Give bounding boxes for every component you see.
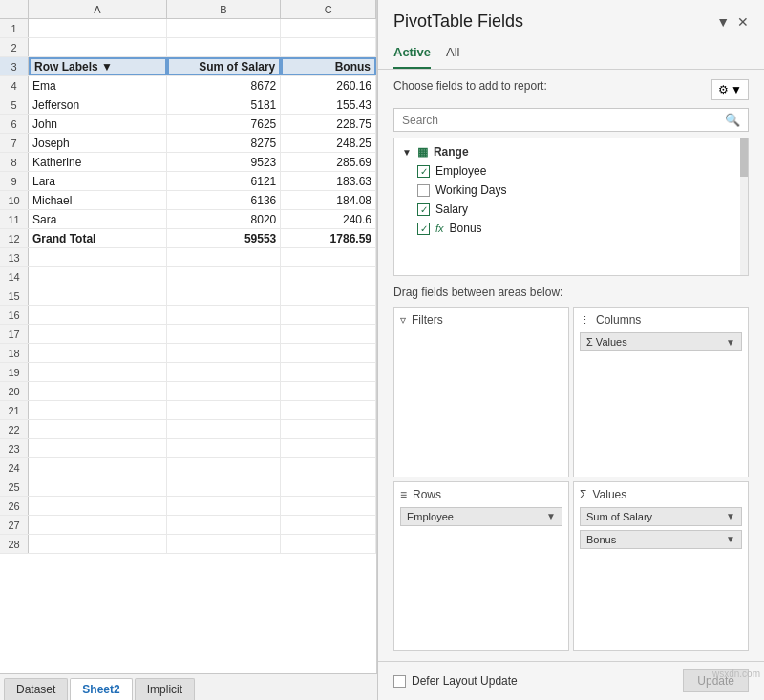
defer-checkbox[interactable]	[393, 675, 406, 688]
settings-icon[interactable]: ▼	[716, 14, 730, 30]
cell-row-labels[interactable]: Row Labels ▼	[29, 57, 167, 75]
cell[interactable]	[281, 477, 376, 496]
cell[interactable]	[167, 267, 282, 286]
cell[interactable]	[29, 19, 167, 37]
cell[interactable]	[167, 516, 282, 534]
cell[interactable]	[281, 420, 376, 438]
cell[interactable]	[167, 382, 282, 400]
cell[interactable]	[167, 497, 282, 515]
cell-bonus[interactable]: 228.75	[281, 115, 376, 133]
cell[interactable]	[29, 286, 167, 305]
cell-bonus[interactable]: 155.43	[281, 95, 376, 114]
cell-bonus[interactable]: 248.25	[281, 134, 376, 152]
cell[interactable]	[167, 458, 282, 477]
cell[interactable]	[167, 286, 282, 305]
tab-all[interactable]: All	[446, 39, 459, 69]
cell-name[interactable]: Michael	[29, 191, 167, 209]
cell[interactable]	[281, 344, 376, 362]
cell-salary[interactable]: 7625	[167, 115, 282, 133]
collapse-icon[interactable]: ▼	[402, 147, 412, 158]
cell[interactable]	[281, 363, 376, 381]
cell[interactable]	[167, 344, 282, 362]
cell[interactable]	[281, 535, 376, 553]
cell[interactable]	[29, 267, 167, 286]
cell[interactable]	[167, 325, 282, 343]
cell[interactable]	[29, 535, 167, 553]
tab-active[interactable]: Active	[393, 39, 431, 69]
tab-sheet2[interactable]: Sheet2	[70, 678, 132, 700]
cell-bonus[interactable]: 240.6	[281, 210, 376, 228]
cell[interactable]	[281, 248, 376, 266]
cell[interactable]	[167, 306, 282, 324]
search-box[interactable]: 🔍	[393, 108, 749, 132]
settings-button[interactable]: ⚙ ▼	[711, 79, 749, 100]
cell[interactable]	[29, 306, 167, 324]
cell[interactable]	[281, 325, 376, 343]
cell[interactable]	[167, 19, 282, 37]
cell-salary[interactable]: 8672	[167, 76, 282, 95]
cell[interactable]	[167, 420, 282, 438]
cell-bonus[interactable]: Bonus	[281, 57, 376, 75]
cell[interactable]	[29, 458, 167, 477]
cell[interactable]	[281, 439, 376, 457]
cell[interactable]	[29, 38, 167, 56]
tab-implicit[interactable]: Implicit	[135, 678, 195, 700]
close-icon[interactable]: ✕	[737, 14, 749, 30]
cell-salary[interactable]: 8020	[167, 210, 282, 228]
cell-salary[interactable]: 9523	[167, 153, 282, 171]
cell-salary[interactable]: 8275	[167, 134, 282, 152]
tab-dataset[interactable]: Dataset	[4, 678, 68, 700]
cell[interactable]	[281, 382, 376, 400]
values-sum-salary-item[interactable]: Sum of Salary ▼	[580, 507, 742, 526]
cell-name[interactable]: Jefferson	[29, 95, 167, 114]
cell[interactable]	[281, 267, 376, 286]
cell[interactable]	[167, 401, 282, 419]
cell[interactable]	[281, 19, 376, 37]
cell-salary[interactable]: 6121	[167, 172, 282, 190]
cell-salary[interactable]: 6136	[167, 191, 282, 209]
cell-sum-salary[interactable]: Sum of Salary	[167, 57, 282, 75]
cell[interactable]	[281, 306, 376, 324]
cell-name[interactable]: John	[29, 115, 167, 133]
cell[interactable]	[281, 458, 376, 477]
cell-bonus[interactable]: 285.69	[281, 153, 376, 171]
cell[interactable]	[29, 401, 167, 419]
checkbox-working-days[interactable]	[417, 184, 430, 197]
cell-name[interactable]: Lara	[29, 172, 167, 190]
cell-bonus[interactable]: 1786.59	[281, 229, 376, 247]
cell-salary[interactable]: 5181	[167, 95, 282, 114]
cell[interactable]	[167, 38, 282, 56]
cell[interactable]	[29, 516, 167, 534]
checkbox-employee[interactable]: ✓	[417, 165, 430, 178]
cell[interactable]	[167, 363, 282, 381]
cell[interactable]	[29, 382, 167, 400]
search-input[interactable]	[402, 114, 725, 127]
cell[interactable]	[29, 497, 167, 515]
cell-bonus[interactable]: 183.63	[281, 172, 376, 190]
cell-name[interactable]: Joseph	[29, 134, 167, 152]
cell[interactable]	[281, 516, 376, 534]
cell[interactable]	[167, 439, 282, 457]
cell[interactable]	[29, 477, 167, 496]
cell-bonus[interactable]: 260.16	[281, 76, 376, 95]
cell-salary[interactable]: 59553	[167, 229, 282, 247]
checkbox-salary[interactable]: ✓	[417, 203, 430, 216]
cell-name[interactable]: Katherine	[29, 153, 167, 171]
cell[interactable]	[281, 497, 376, 515]
columns-values-item[interactable]: Σ Values ▼	[580, 332, 742, 351]
checkbox-bonus[interactable]: ✓	[417, 223, 430, 235]
cell[interactable]	[281, 401, 376, 419]
cell-name[interactable]: Ema	[29, 76, 167, 95]
cell[interactable]	[167, 248, 282, 266]
cell[interactable]	[29, 325, 167, 343]
cell[interactable]	[29, 248, 167, 266]
cell-bonus[interactable]: 184.08	[281, 191, 376, 209]
rows-employee-item[interactable]: Employee ▼	[400, 507, 562, 526]
cell[interactable]	[281, 286, 376, 305]
cell[interactable]	[29, 363, 167, 381]
cell[interactable]	[281, 38, 376, 56]
cell[interactable]	[29, 439, 167, 457]
cell[interactable]	[167, 535, 282, 553]
cell-name[interactable]: Grand Total	[29, 229, 167, 247]
cell[interactable]	[29, 420, 167, 438]
